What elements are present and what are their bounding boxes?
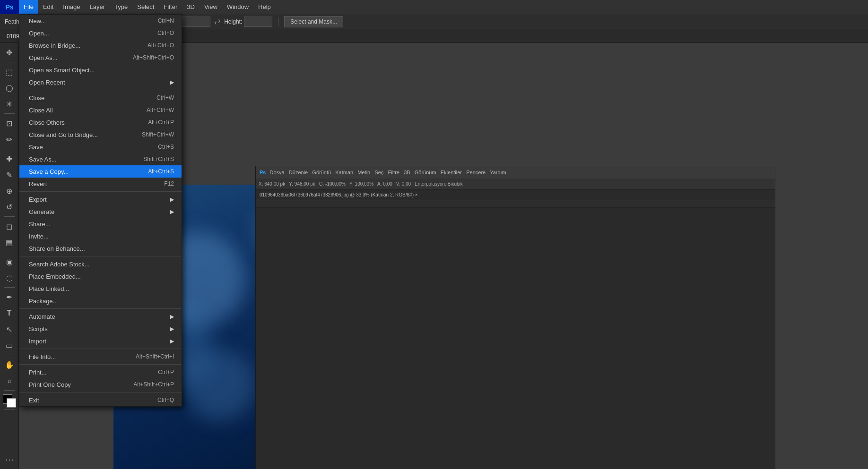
menu-open-smart[interactable]: Open as Smart Object... bbox=[19, 64, 182, 76]
separator-d bbox=[19, 308, 182, 309]
menu-place-embedded[interactable]: Place Embedded... bbox=[19, 270, 182, 282]
inner-ps-logo: Ps bbox=[260, 170, 266, 175]
menu-print-one[interactable]: Print One Copy Alt+Shift+Ctrl+P bbox=[19, 378, 182, 391]
menu-close[interactable]: Close Ctrl+W bbox=[19, 92, 182, 104]
menu-file-info-label: File Info... bbox=[29, 353, 126, 360]
select-mask-button[interactable]: Select and Mask... bbox=[284, 16, 343, 27]
menu-item-file[interactable]: File bbox=[19, 0, 38, 14]
tool-path-select[interactable]: ↖ bbox=[2, 322, 17, 337]
menu-new[interactable]: New... Ctrl+N bbox=[19, 15, 182, 27]
menu-item-view[interactable]: View bbox=[200, 0, 222, 14]
menu-save-copy-label: Save a Copy... bbox=[29, 168, 139, 175]
width-input[interactable] bbox=[182, 17, 210, 27]
menu-share[interactable]: Share... bbox=[19, 218, 182, 230]
separator-g bbox=[19, 392, 182, 392]
menu-place-linked[interactable]: Place Linked... bbox=[19, 282, 182, 295]
tool-separator-8 bbox=[4, 390, 15, 391]
tool-type[interactable]: T bbox=[2, 306, 17, 321]
tool-zoom[interactable]: ⌕ bbox=[2, 373, 17, 388]
inner-g-val: G: -100,00% bbox=[319, 181, 346, 187]
menu-item-type[interactable]: Type bbox=[110, 0, 132, 14]
menu-item-image[interactable]: Image bbox=[58, 0, 85, 14]
menu-scripts[interactable]: Scripts ▶ bbox=[19, 323, 182, 335]
menu-close-others[interactable]: Close Others Alt+Ctrl+P bbox=[19, 116, 182, 128]
menu-export[interactable]: Export ▶ bbox=[19, 193, 182, 205]
inner-coord-y: Y: 948,00 pk bbox=[289, 181, 315, 187]
menu-new-shortcut: Ctrl+N bbox=[158, 17, 174, 24]
tool-dodge[interactable]: ◌ bbox=[2, 270, 17, 285]
menu-file-info[interactable]: File Info... Alt+Shift+Ctrl+I bbox=[19, 350, 182, 363]
separator-a bbox=[19, 90, 182, 90]
menu-close-bridge-shortcut: Shift+Ctrl+W bbox=[142, 131, 174, 138]
tool-move[interactable]: ✥ bbox=[2, 45, 17, 60]
menu-bar: Ps File Edit Image Layer Type Select Fil… bbox=[0, 0, 868, 14]
menu-item-select[interactable]: Select bbox=[132, 0, 159, 14]
inner-vi: V: 0,00 bbox=[396, 181, 411, 187]
separator-e bbox=[19, 349, 182, 349]
tool-extra[interactable]: ⋯ bbox=[2, 452, 17, 467]
menu-close-all[interactable]: Close All Alt+Ctrl+W bbox=[19, 104, 182, 116]
inner-tab-bar: 010964036ba06f736b976af473326906.jpg @ 3… bbox=[256, 190, 775, 200]
menu-item-layer[interactable]: Layer bbox=[85, 0, 110, 14]
menu-open-as[interactable]: Open As... Alt+Shift+Ctrl+O bbox=[19, 51, 182, 64]
tool-blur[interactable]: ◉ bbox=[2, 254, 17, 269]
tool-crop[interactable]: ⊡ bbox=[2, 116, 17, 131]
menu-save-copy[interactable]: Save a Copy... Alt+Ctrl+S bbox=[19, 165, 182, 178]
menu-item-3d[interactable]: 3D bbox=[182, 0, 200, 14]
tool-eraser[interactable]: ◻ bbox=[2, 219, 17, 234]
menu-automate[interactable]: Automate ▶ bbox=[19, 310, 182, 323]
menu-open[interactable]: Open... Ctrl+O bbox=[19, 27, 182, 39]
height-input[interactable] bbox=[244, 17, 272, 27]
menu-generate[interactable]: Generate ▶ bbox=[19, 205, 182, 218]
menu-export-label: Export bbox=[29, 196, 166, 203]
menu-share-behance[interactable]: Share on Behance... bbox=[19, 242, 182, 255]
tool-history[interactable]: ↺ bbox=[2, 199, 17, 214]
menu-print-shortcut: Ctrl+P bbox=[158, 369, 174, 375]
tool-marquee[interactable]: ⬚ bbox=[2, 64, 17, 79]
menu-close-shortcut: Ctrl+W bbox=[156, 94, 174, 101]
inner-options-bar: X: 640,00 pk Y: 948,00 pk G: -100,00% Y:… bbox=[256, 179, 775, 190]
tool-healing[interactable]: ✚ bbox=[2, 151, 17, 166]
tool-shape[interactable]: ▭ bbox=[2, 338, 17, 353]
menu-open-recent[interactable]: Open Recent ▶ bbox=[19, 76, 182, 88]
tool-lasso[interactable]: ◯ bbox=[2, 80, 17, 95]
menu-item-filter[interactable]: Filter bbox=[159, 0, 182, 14]
menu-import-label: Import bbox=[29, 338, 166, 345]
tool-hand[interactable]: ✋ bbox=[2, 357, 17, 372]
tool-separator-3 bbox=[4, 149, 15, 149]
menu-print[interactable]: Print... Ctrl+P bbox=[19, 366, 182, 378]
menu-package[interactable]: Package... bbox=[19, 295, 182, 307]
tool-gradient[interactable]: ▤ bbox=[2, 235, 17, 250]
menu-close-bridge[interactable]: Close and Go to Bridge... Shift+Ctrl+W bbox=[19, 128, 182, 141]
tool-pen[interactable]: ✒ bbox=[2, 290, 17, 305]
menu-share-label: Share... bbox=[29, 221, 174, 228]
menu-save-label: Save bbox=[29, 144, 148, 151]
menu-import[interactable]: Import ▶ bbox=[19, 335, 182, 347]
menu-item-window[interactable]: Window bbox=[222, 0, 253, 14]
separator-f bbox=[19, 364, 182, 365]
menu-search-stock[interactable]: Search Adobe Stock... bbox=[19, 258, 182, 270]
menu-scripts-label: Scripts bbox=[29, 325, 166, 333]
height-label: Height: bbox=[224, 18, 242, 25]
menu-save-as-label: Save As... bbox=[29, 156, 134, 163]
menu-exit[interactable]: Exit Ctrl+Q bbox=[19, 394, 182, 406]
menu-item-help[interactable]: Help bbox=[253, 0, 276, 14]
menu-save[interactable]: Save Ctrl+S bbox=[19, 141, 182, 153]
menu-invite[interactable]: Invite... bbox=[19, 230, 182, 242]
left-toolbar: ✥ ⬚ ◯ ✳ ⊡ ✏ ✚ ✎ ⊕ ↺ ◻ ▤ ◉ ◌ ✒ T ↖ ▭ ✋ ⌕ … bbox=[0, 43, 19, 469]
menu-close-others-label: Close Others bbox=[29, 119, 139, 126]
menu-browse-bridge[interactable]: Browse in Bridge... Alt+Ctrl+O bbox=[19, 39, 182, 51]
menu-open-shortcut: Ctrl+O bbox=[157, 30, 174, 36]
foreground-color[interactable] bbox=[3, 394, 16, 408]
menu-save-as[interactable]: Save As... Shift+Ctrl+S bbox=[19, 153, 182, 165]
tool-brush[interactable]: ✎ bbox=[2, 167, 17, 182]
tool-eyedropper[interactable]: ✏ bbox=[2, 132, 17, 147]
menu-revert-shortcut: F12 bbox=[164, 180, 174, 187]
menu-revert[interactable]: Revert F12 bbox=[19, 178, 182, 190]
menu-item-edit[interactable]: Edit bbox=[38, 0, 58, 14]
tool-quick-select[interactable]: ✳ bbox=[2, 96, 17, 111]
tool-clone[interactable]: ⊕ bbox=[2, 183, 17, 198]
height-group: Height: bbox=[224, 17, 272, 27]
menu-items: File Edit Image Layer Type Select Filter… bbox=[19, 0, 276, 14]
menu-print-one-label: Print One Copy bbox=[29, 381, 124, 388]
